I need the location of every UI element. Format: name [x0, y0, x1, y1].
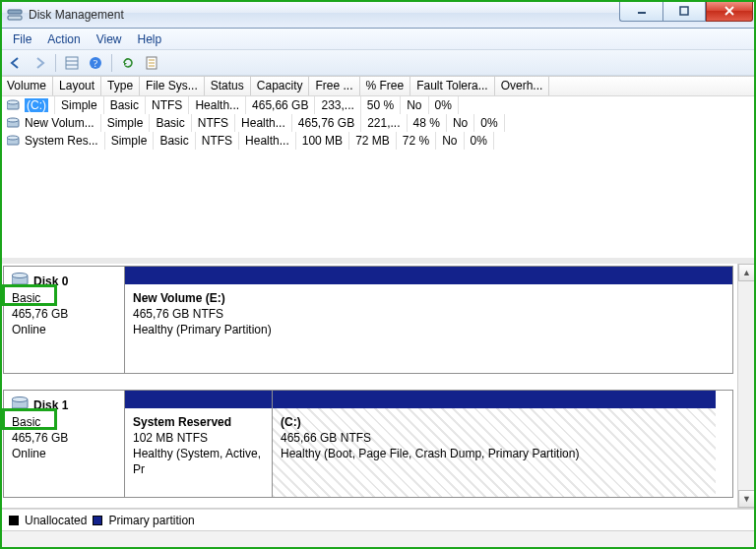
disk-partitions: New Volume (E:)465,76 GB NTFSHealthy (Pr…	[125, 266, 733, 374]
cell-layout: Simple	[55, 96, 104, 114]
cell-capacity: 465,76 GB	[292, 114, 361, 132]
col-percent-free[interactable]: % Free	[360, 77, 411, 95]
highlight-box	[2, 408, 57, 430]
volume-row[interactable]: System Res...SimpleBasicNTFSHealth...100…	[1, 132, 755, 150]
svg-point-18	[7, 118, 19, 122]
disk-meta[interactable]: Disk 0Basic465,76 GBOnline	[3, 266, 125, 374]
legend-unallocated-label: Unallocated	[25, 514, 87, 527]
volume-name-label: (C:)	[27, 98, 46, 112]
properties-button[interactable]	[141, 52, 162, 74]
disk-size-label: 465,76 GB	[12, 430, 116, 446]
content-area: Volume Layout Type File Sys... Status Ca…	[1, 76, 755, 530]
cell-type: Basic	[154, 132, 195, 150]
window-title: Disk Management	[29, 8, 124, 22]
toolbar-separator	[55, 54, 56, 72]
menu-help[interactable]: Help	[130, 30, 170, 48]
cell-layout: Simple	[105, 132, 155, 150]
cell-type: Basic	[104, 96, 146, 114]
col-filesystem[interactable]: File Sys...	[140, 77, 205, 95]
disk-size-label: 465,76 GB	[12, 306, 116, 322]
view-list-button[interactable]	[61, 52, 83, 74]
cell-filesystem: NTFS	[196, 132, 239, 150]
partition-header-bar	[125, 267, 732, 284]
disk-management-window: Disk Management File Action View Help	[0, 0, 756, 549]
disk-layout-area[interactable]: Disk 0Basic465,76 GBOnlineNew Volume (E:…	[1, 264, 737, 508]
partition-health-label: Healthy (Boot, Page File, Crash Dump, Pr…	[281, 446, 708, 461]
menu-action[interactable]: Action	[39, 30, 88, 48]
svg-rect-6	[66, 57, 78, 69]
cell-free: 221,...	[361, 114, 407, 132]
cell-type: Basic	[150, 114, 191, 132]
partition-detail-label: 465,76 GB NTFS	[133, 306, 724, 322]
svg-point-22	[12, 274, 28, 278]
partition-name-label: (C:)	[281, 414, 708, 430]
col-status[interactable]: Status	[205, 77, 251, 95]
volume-name-label: New Volum...	[25, 116, 94, 130]
cell-fault-tolerance: No	[436, 132, 464, 150]
partition-header-bar	[273, 391, 716, 408]
menu-view[interactable]: View	[89, 30, 130, 48]
disk-row: Disk 1Basic465,76 GBOnlineSystem Reserve…	[3, 390, 737, 498]
col-free[interactable]: Free ...	[309, 77, 359, 95]
svg-rect-3	[680, 7, 688, 15]
menu-bar: File Action View Help	[1, 29, 755, 50]
partition[interactable]: (C:)465,66 GB NTFSHealthy (Boot, Page Fi…	[273, 391, 716, 497]
back-button[interactable]	[5, 52, 27, 74]
legend-swatch-primary	[93, 516, 102, 525]
disk-row: Disk 0Basic465,76 GBOnlineNew Volume (E:…	[3, 266, 737, 374]
scroll-up-button[interactable]: ▲	[738, 264, 755, 281]
disk-meta[interactable]: Disk 1Basic465,76 GBOnline	[3, 390, 125, 498]
svg-rect-0	[8, 10, 22, 14]
partition-detail-label: 102 MB NTFS	[133, 430, 264, 446]
svg-point-20	[7, 136, 19, 140]
cell-fault-tolerance: No	[401, 96, 428, 114]
legend-primary-label: Primary partition	[108, 514, 194, 527]
toolbar-separator	[111, 54, 112, 72]
cell-status: Health...	[239, 132, 296, 150]
cell-percent-free: 50 %	[361, 96, 401, 114]
col-fault-tolerance[interactable]: Fault Tolera...	[410, 77, 494, 95]
cell-overhead: 0%	[465, 132, 494, 150]
volume-list[interactable]: Volume Layout Type File Sys... Status Ca…	[1, 77, 755, 264]
partition[interactable]: New Volume (E:)465,76 GB NTFSHealthy (Pr…	[125, 267, 732, 373]
volume-row[interactable]: (C:)SimpleBasicNTFSHealth...465,66 GB233…	[1, 96, 755, 114]
legend-swatch-unallocated	[9, 516, 19, 525]
refresh-button[interactable]	[117, 52, 139, 74]
menu-file[interactable]: File	[5, 30, 39, 48]
forward-button[interactable]	[29, 52, 50, 74]
volume-row[interactable]: New Volum...SimpleBasicNTFSHealth...465,…	[1, 114, 755, 132]
cell-status: Health...	[189, 96, 246, 114]
scroll-track[interactable]	[738, 281, 755, 490]
col-type[interactable]: Type	[101, 77, 140, 95]
cell-free: 72 MB	[349, 132, 397, 150]
maximize-button[interactable]	[662, 2, 706, 22]
disk-partitions: System Reserved102 MB NTFSHealthy (Syste…	[125, 390, 733, 498]
partition-health-label: Healthy (Primary Partition)	[133, 322, 724, 337]
col-volume[interactable]: Volume	[1, 77, 53, 95]
partition[interactable]: System Reserved102 MB NTFSHealthy (Syste…	[125, 391, 273, 497]
svg-point-16	[7, 100, 19, 104]
svg-text:?: ?	[94, 58, 98, 69]
disk-graphical-panel: Disk 0Basic465,76 GBOnlineNew Volume (E:…	[1, 264, 755, 509]
volume-rows: (C:)SimpleBasicNTFSHealth...465,66 GB233…	[1, 96, 755, 150]
close-button[interactable]	[706, 2, 753, 22]
cell-overhead: 0%	[429, 96, 459, 114]
partition-name-label: System Reserved	[133, 414, 264, 430]
minimize-button[interactable]	[619, 2, 662, 22]
col-capacity[interactable]: Capacity	[251, 77, 310, 95]
partition-name-label: New Volume (E:)	[133, 290, 724, 306]
disk-mgmt-icon	[7, 7, 23, 23]
scroll-down-button[interactable]: ▼	[738, 490, 755, 508]
col-overhead[interactable]: Overh...	[495, 77, 550, 95]
cell-status: Health...	[235, 114, 292, 132]
help-button[interactable]: ?	[85, 52, 106, 74]
titlebar: Disk Management	[1, 1, 755, 29]
window-controls	[619, 2, 753, 22]
vertical-scrollbar[interactable]: ▲ ▼	[737, 264, 755, 508]
volume-icon	[7, 117, 21, 129]
volume-list-header[interactable]: Volume Layout Type File Sys... Status Ca…	[1, 77, 755, 96]
col-layout[interactable]: Layout	[53, 77, 101, 95]
disk-status-label: Online	[12, 446, 116, 461]
cell-free: 233,...	[315, 96, 360, 114]
partition-health-label: Healthy (System, Active, Pr	[133, 446, 264, 477]
